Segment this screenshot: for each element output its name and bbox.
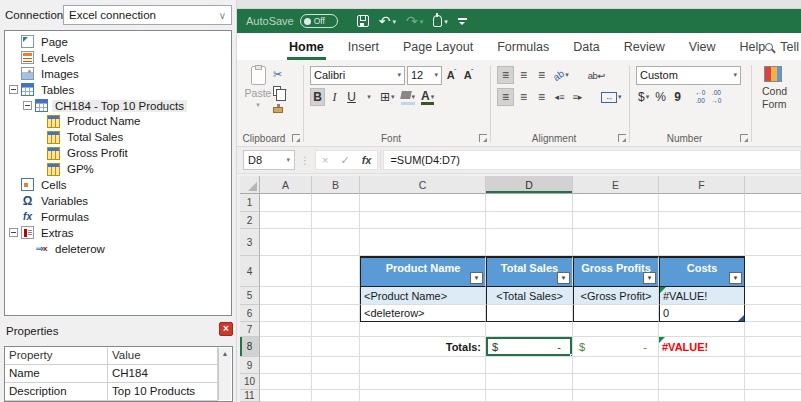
cell-f6[interactable]: 0 <box>659 305 745 322</box>
cell[interactable] <box>745 322 801 337</box>
cell[interactable] <box>260 229 312 256</box>
cell[interactable] <box>260 357 312 374</box>
tab-review[interactable]: Review <box>612 33 677 60</box>
row-header-10[interactable]: 10 <box>240 374 260 390</box>
cell-f5-error[interactable]: #VALUE! <box>659 287 745 305</box>
property-name-cell[interactable]: Description <box>5 383 108 401</box>
cell-e8[interactable]: $ - <box>573 337 659 357</box>
property-column-header[interactable]: Property <box>5 347 108 365</box>
decrease-decimal-button[interactable]: .00→0 <box>709 89 723 105</box>
alignment-dialog-launcher[interactable] <box>618 134 626 142</box>
font-name-dropdown[interactable]: Calibri ▾ <box>310 66 405 85</box>
font-color-button[interactable]: A▾ <box>419 88 436 106</box>
cell[interactable] <box>486 374 573 390</box>
cell[interactable] <box>360 390 486 402</box>
tab-formulas[interactable]: Formulas <box>485 33 561 60</box>
property-name-cell[interactable]: Name <box>5 365 108 383</box>
increase-decimal-button[interactable]: ←0.00 <box>693 89 707 105</box>
tree-item-product-name[interactable]: Product Name <box>5 113 231 129</box>
filter-button[interactable]: ▼ <box>470 272 483 284</box>
cell[interactable] <box>659 194 745 212</box>
cell[interactable] <box>745 374 801 390</box>
row-header-6[interactable]: 6 <box>240 305 260 322</box>
cell[interactable] <box>745 212 801 229</box>
table-header-costs[interactable]: Costs ▼ <box>659 256 745 287</box>
underline-options-button[interactable]: ▾ <box>361 88 376 106</box>
top-align-button[interactable]: ≡ <box>497 66 514 84</box>
cell[interactable] <box>573 374 659 390</box>
comma-style-button[interactable]: 9 <box>670 88 685 106</box>
bold-button[interactable]: B <box>310 88 325 106</box>
cell-f8-error[interactable]: #VALUE! <box>659 337 745 357</box>
align-center-button[interactable]: ≡ <box>515 88 532 106</box>
row-header-9[interactable]: 9 <box>240 357 260 374</box>
bottom-align-button[interactable]: ≡ <box>533 66 550 84</box>
merge-center-button[interactable]: ↔▾ <box>599 88 624 106</box>
tab-page-layout[interactable]: Page Layout <box>391 33 485 60</box>
redo-button[interactable]: ↷▾ <box>403 14 426 28</box>
tab-home[interactable]: Home <box>277 33 336 60</box>
format-painter-button[interactable] <box>273 101 287 115</box>
cell[interactable] <box>260 287 312 305</box>
cancel-button[interactable]: × <box>322 154 328 166</box>
tree-item-tables[interactable]: Tables <box>5 82 231 98</box>
percent-style-button[interactable]: % <box>653 88 668 106</box>
cell[interactable] <box>659 212 745 229</box>
select-all-button[interactable] <box>240 176 260 194</box>
cell[interactable] <box>573 229 659 256</box>
column-header-b[interactable]: B <box>312 176 360 194</box>
collapse-icon[interactable] <box>9 228 18 237</box>
property-value-cell[interactable]: Top 10 Products <box>108 383 218 401</box>
cell-c6[interactable]: <deleterow> <box>360 305 486 322</box>
cell[interactable] <box>659 229 745 256</box>
tree-item-cells[interactable]: Cells <box>5 177 231 193</box>
cell-d8-selected[interactable]: $ - <box>486 337 573 357</box>
table-header-gross-profits[interactable]: Gross Profits ▼ <box>573 256 659 287</box>
cell[interactable] <box>312 337 360 357</box>
cell[interactable] <box>360 374 486 390</box>
tell-me-search[interactable]: Tell <box>765 33 799 60</box>
decrease-indent-button[interactable]: ◂≡ <box>551 88 568 106</box>
cell[interactable] <box>312 287 360 305</box>
collapse-icon[interactable] <box>23 101 32 110</box>
cell[interactable] <box>312 374 360 390</box>
cell-c5[interactable]: <Product Name> <box>360 287 486 305</box>
cut-button[interactable]: ✂ <box>273 67 287 81</box>
cell[interactable] <box>260 256 312 287</box>
filter-button[interactable]: ▼ <box>729 272 742 284</box>
cell[interactable] <box>745 229 801 256</box>
cell[interactable] <box>360 229 486 256</box>
cell-e5[interactable]: <Gross Profit> <box>573 287 659 305</box>
tree-item-variables[interactable]: Ω Variables <box>5 193 231 209</box>
column-header-g[interactable] <box>745 176 801 194</box>
tree-item-levels[interactable]: Levels <box>5 50 231 66</box>
tree-item-extras[interactable]: Extras <box>5 225 231 241</box>
column-header-d[interactable]: D <box>486 176 573 194</box>
row-header-2[interactable]: 2 <box>240 212 260 229</box>
touch-mouse-mode-button[interactable]: ▾ <box>430 15 451 27</box>
row-header-7[interactable]: 7 <box>240 322 260 337</box>
row-header-3[interactable]: 3 <box>240 229 260 256</box>
cell[interactable] <box>260 374 312 390</box>
underline-button[interactable]: U <box>344 88 359 106</box>
column-header-c[interactable]: C <box>360 176 486 194</box>
cell[interactable] <box>360 212 486 229</box>
cell[interactable] <box>745 194 801 212</box>
scroll-up-icon[interactable]: ▲ <box>222 350 229 400</box>
cell[interactable] <box>745 337 801 357</box>
properties-scrollbar[interactable]: ▲ <box>218 348 231 400</box>
cell[interactable] <box>260 305 312 322</box>
tree-item-gross-profit[interactable]: Gross Profit <box>5 145 231 161</box>
table-header-total-sales[interactable]: Total Sales ▼ <box>486 256 573 287</box>
paste-button[interactable]: Paste ▾ <box>243 64 273 130</box>
number-dialog-launcher[interactable] <box>740 134 748 142</box>
clipboard-dialog-launcher[interactable] <box>292 134 300 142</box>
formula-input[interactable]: =SUM(D4:D7) <box>383 150 801 170</box>
cell[interactable] <box>486 212 573 229</box>
cell[interactable] <box>745 390 801 402</box>
autosave-toggle[interactable]: Off <box>300 14 338 28</box>
cell[interactable] <box>486 229 573 256</box>
property-value-cell[interactable]: CH184 <box>108 365 218 383</box>
table-header-product-name[interactable]: Product Name ▼ <box>360 256 486 287</box>
cell[interactable] <box>659 322 745 337</box>
